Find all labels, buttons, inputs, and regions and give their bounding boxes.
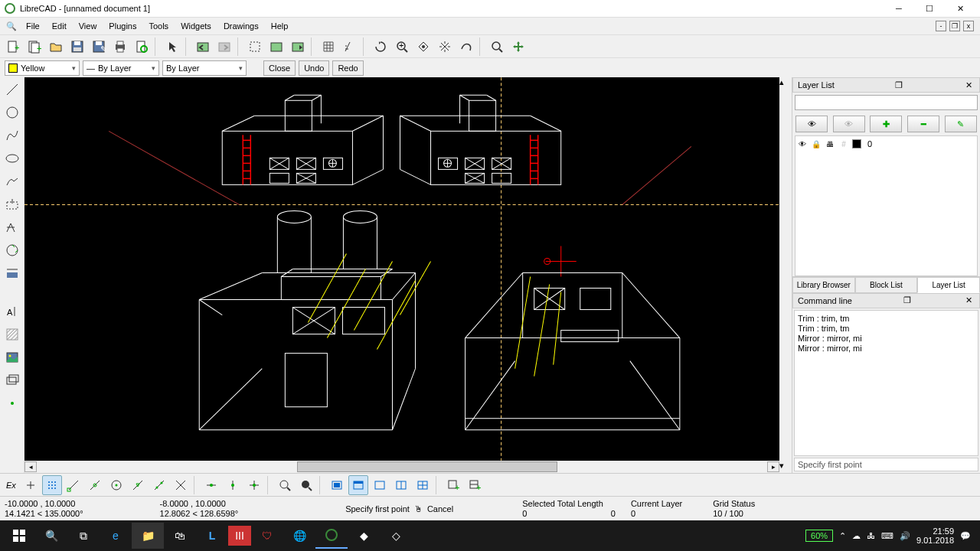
taskbar-app-shield[interactable]: 🛡	[251, 523, 283, 549]
circle-tool[interactable]	[3, 103, 21, 122]
zoom-prev-button[interactable]	[456, 37, 476, 57]
command-history[interactable]: Trim : trim, tm Trim : trim, tm Mirror :…	[794, 310, 978, 457]
ucs-button-3[interactable]	[370, 475, 390, 495]
layer-add-button[interactable]: ✚	[870, 116, 902, 132]
grid-plus2-button[interactable]: +	[465, 475, 485, 495]
command-panel-header[interactable]: Command line ❐ ✕	[792, 293, 980, 308]
app-menu-icon[interactable]: 🔍	[3, 21, 20, 31]
linetype-combo[interactable]: — By Layer	[83, 60, 159, 76]
snap-free-button[interactable]	[21, 475, 41, 495]
taskbar-app-misc1[interactable]: ◆	[348, 523, 380, 549]
taskbar-app-launcher[interactable]: L	[196, 523, 228, 549]
maximize-button[interactable]: ☐	[914, 0, 945, 17]
cut-button[interactable]	[245, 37, 265, 57]
zoom-out-button[interactable]	[413, 37, 433, 57]
menu-edit[interactable]: Edit	[46, 19, 73, 33]
undo-button[interactable]	[193, 37, 213, 57]
tray-up-icon[interactable]: ⌃	[839, 531, 846, 541]
layer-panel-header[interactable]: Layer List ❐ ✕	[792, 77, 980, 93]
draft-button[interactable]	[340, 37, 360, 57]
restrict-ortho-button[interactable]	[223, 475, 243, 495]
lock-icon[interactable]: 🔒	[811, 139, 822, 149]
hatch-tool[interactable]	[3, 325, 21, 344]
notifications-button[interactable]: 💬	[960, 531, 971, 541]
vertical-scrollbar[interactable]: ▴ ▾	[779, 77, 792, 473]
taskbar-app-chrome[interactable]: 🌐	[283, 523, 315, 549]
redo-segment-button[interactable]: Redo	[332, 60, 363, 76]
snap-endpoint-button[interactable]	[64, 475, 83, 495]
tab-block-list[interactable]: Block List	[855, 277, 918, 293]
scroll-left-arrow[interactable]: ◂	[24, 461, 37, 472]
command-input[interactable]: Specify first point	[794, 458, 978, 471]
relative-zero-lock-button[interactable]	[275, 475, 295, 495]
copy-button[interactable]	[266, 37, 286, 57]
mdi-restore-button[interactable]: ❐	[949, 21, 960, 31]
grid-plus-button[interactable]: +	[443, 475, 463, 495]
zoom-redraw-button[interactable]	[371, 37, 390, 57]
menu-widgets[interactable]: Widgets	[175, 19, 217, 33]
minimize-button[interactable]: ─	[884, 0, 914, 17]
lineweight-combo[interactable]: By Layer	[162, 60, 247, 76]
open-button[interactable]	[46, 37, 66, 57]
menu-file[interactable]: File	[20, 19, 46, 33]
layer-color-swatch[interactable]	[852, 139, 861, 148]
ucs-button-2[interactable]	[348, 475, 368, 495]
taskbar-app-edge[interactable]: e	[100, 523, 132, 549]
scroll-right-arrow[interactable]: ▸	[767, 461, 779, 472]
clock-time[interactable]: 21:59	[916, 527, 954, 536]
tray-lang-icon[interactable]: ⌨	[881, 531, 893, 541]
snap-middle-button[interactable]	[128, 475, 148, 495]
undo-segment-button[interactable]: Undo	[299, 60, 329, 76]
info-tool[interactable]	[3, 264, 21, 282]
layer-show-all-button[interactable]: 👁	[795, 116, 828, 132]
layer-hide-all-button[interactable]: 👁	[833, 116, 865, 132]
print-preview-button[interactable]	[132, 37, 152, 57]
ucs-button-1[interactable]	[327, 475, 347, 495]
close-polyline-button[interactable]: Close	[263, 60, 296, 76]
menu-help[interactable]: Help	[265, 19, 295, 33]
layer-panel-float-button[interactable]: ❐	[893, 80, 905, 90]
construction-icon[interactable]: #	[838, 139, 849, 149]
ellipse-tool[interactable]	[3, 149, 21, 168]
horizontal-scrollbar[interactable]: ◂ ▸	[24, 461, 779, 473]
snap-intersection-button[interactable]	[171, 475, 191, 495]
zoom-auto-button[interactable]	[435, 37, 455, 57]
menu-tools[interactable]: Tools	[142, 19, 175, 33]
modify-tool[interactable]	[3, 241, 21, 259]
layer-filter-input[interactable]	[795, 95, 978, 110]
menu-view[interactable]: View	[73, 19, 103, 33]
point-tool[interactable]	[3, 394, 21, 412]
restrict-horizontal-button[interactable]	[244, 475, 264, 495]
drawing-canvas[interactable]	[24, 77, 779, 461]
print-button[interactable]	[110, 37, 130, 57]
curve-tool[interactable]	[3, 126, 21, 145]
layer-row[interactable]: 👁 🔒 🖶 # 0	[795, 136, 977, 152]
mdi-minimize-button[interactable]: -	[936, 21, 946, 31]
zoom-in-button[interactable]: +	[392, 37, 412, 57]
paste-button[interactable]	[288, 37, 308, 57]
battery-indicator[interactable]: 60%	[805, 530, 833, 542]
restrict-nothing-button[interactable]	[201, 475, 221, 495]
save-as-button[interactable]: ✎	[89, 37, 109, 57]
task-view-button[interactable]: ⧉	[67, 523, 100, 549]
mdi-close-button[interactable]: x	[963, 21, 974, 31]
image-tool[interactable]	[3, 348, 21, 367]
scroll-thumb[interactable]	[297, 461, 557, 472]
windows-taskbar[interactable]: 🔍 ⧉ e 📁 🛍 L III 🛡 🌐 ◆ ◇ 60% ⌃ ☁ 🖧 ⌨ 🔊 21…	[0, 520, 980, 551]
command-panel-float-button[interactable]: ❐	[901, 295, 913, 305]
command-panel-close-button[interactable]: ✕	[963, 295, 975, 305]
clock-date[interactable]: 9.01.2018	[916, 536, 954, 545]
search-button[interactable]: 🔍	[35, 523, 67, 549]
layer-remove-button[interactable]: ━	[907, 116, 939, 132]
snap-distance-button[interactable]	[149, 475, 169, 495]
layer-list[interactable]: 👁 🔒 🖶 # 0	[795, 135, 978, 276]
scroll-up-arrow[interactable]: ▴	[779, 77, 792, 90]
polyline-tool[interactable]	[3, 172, 21, 191]
tray-cloud-icon[interactable]: ☁	[852, 531, 861, 541]
ucs-button-4[interactable]	[391, 475, 411, 495]
tab-library-browser[interactable]: Library Browser	[792, 277, 855, 293]
dimension-tool[interactable]	[3, 218, 21, 236]
exclusive-snap-button[interactable]: Ex	[3, 475, 19, 495]
ucs-button-5[interactable]	[413, 475, 433, 495]
menu-plugins[interactable]: Plugins	[103, 19, 142, 33]
